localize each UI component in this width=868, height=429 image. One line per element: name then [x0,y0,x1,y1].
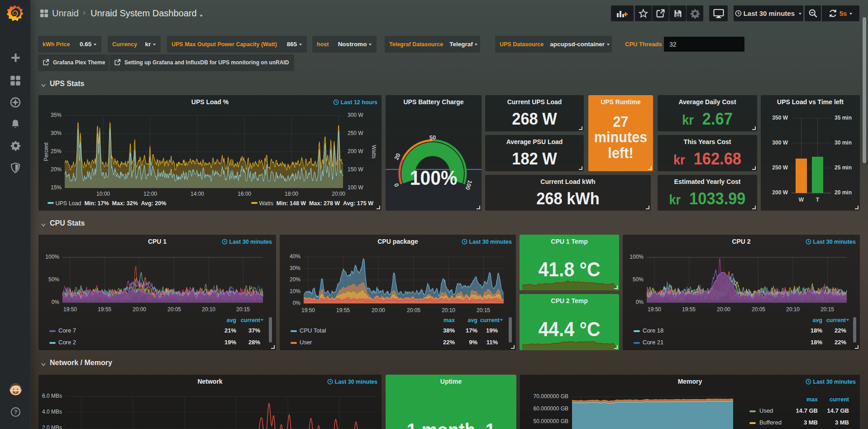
svg-text:?: ? [14,409,17,415]
